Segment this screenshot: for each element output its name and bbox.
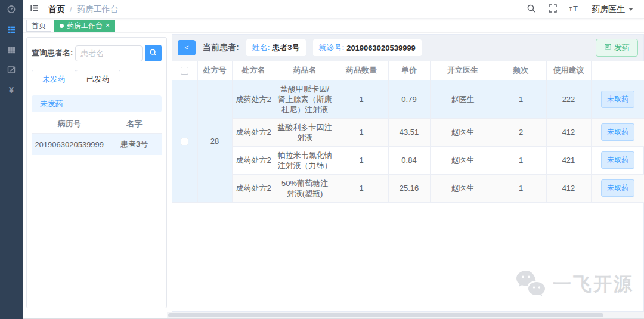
col-actions (591, 61, 644, 80)
header-search-button[interactable] (524, 2, 539, 17)
font-size-icon: TT (569, 4, 580, 16)
dispense-label: 发药 (614, 42, 630, 53)
status-badge[interactable]: 未取药 (601, 151, 634, 169)
usage-advice: 222 (546, 80, 591, 118)
drug-name: 帕拉米韦氯化钠注射液（力纬） (275, 146, 335, 174)
col-drug-name: 药品名 (275, 61, 335, 80)
name-value: 患者3号 (272, 42, 299, 53)
table-row[interactable]: 成药处方2 盐酸利多卡因注射液 1 43.51 赵医生 2 412 未取药 (172, 118, 644, 146)
money-icon: ¥ (9, 85, 14, 95)
frequency: 1 (496, 146, 546, 174)
breadcrumb: 首页 / 药房工作台 (48, 4, 119, 15)
drug-quantity: 1 (335, 146, 388, 174)
table-row[interactable]: 成药处方2 50%葡萄糖注射液(塑瓶) 1 25.16 赵医生 1 412 未取… (172, 174, 644, 202)
font-size-button[interactable]: TT (566, 2, 582, 17)
dashboard-icon (7, 4, 16, 14)
record-no-header: 病历号 (32, 119, 107, 129)
patient-record-no: 2019063020539999 (32, 140, 107, 149)
visit-value: 2019063020539999 (346, 44, 416, 52)
tab-not-dispensed[interactable]: 未发药 (32, 70, 76, 88)
status-badge[interactable]: 未取药 (601, 179, 634, 197)
tag-label: 首页 (32, 21, 46, 31)
user-dropdown[interactable]: 药房医生 (592, 4, 633, 15)
drug-quantity: 1 (335, 118, 388, 146)
unit-price: 43.51 (388, 118, 430, 146)
sidebar-item-form[interactable] (0, 61, 23, 79)
col-usage-advice: 使用建议 (546, 61, 591, 80)
frequency: 1 (496, 80, 546, 118)
sidebar-toggle-button[interactable] (23, 0, 46, 19)
svg-text:T: T (569, 6, 572, 12)
scrollbar-thumb[interactable] (168, 313, 603, 317)
horizontal-scrollbar[interactable] (167, 312, 644, 318)
active-dot-icon (60, 24, 64, 28)
sidebar-item-worklist[interactable] (0, 21, 23, 39)
table-row[interactable]: 28 成药处方2 盐酸甲哌卡因/肾上腺素（斯康杜尼）注射液 1 0.79 赵医生… (172, 80, 644, 118)
patient-search-button[interactable] (145, 45, 162, 61)
status-badge[interactable]: 未取药 (601, 123, 634, 141)
usage-advice: 412 (546, 118, 591, 146)
sidebar-item-dashboard[interactable] (0, 0, 23, 18)
wechat-logo-icon (515, 270, 547, 299)
patient-list-header: 病历号 名字 (32, 114, 162, 134)
frequency: 2 (496, 118, 546, 146)
dispense-button[interactable]: 发药 (596, 39, 638, 57)
sidebar-item-table[interactable] (0, 41, 23, 59)
breadcrumb-current: 药房工作台 (77, 4, 119, 15)
tag-pharmacy-workbench[interactable]: 药房工作台 × (54, 20, 115, 32)
visit-no-box: 就诊号: 2019063020539999 (313, 39, 422, 56)
not-dispensed-alert: 未发药 (32, 95, 162, 112)
watermark-text: 一飞开源 (553, 272, 634, 297)
prescription-toolbar: < 当前患者: 姓名: 患者3号 就诊号: 2019063020539999 发… (172, 35, 643, 61)
drug-table-header-row: 处方号 处方名 药品名 药品数量 单价 开立医生 频次 使用建议 (172, 61, 644, 80)
navbar-tools: TT 药房医生 (524, 2, 644, 17)
chevron-down-icon (628, 8, 633, 11)
name-header: 名字 (107, 119, 162, 129)
user-name: 药房医生 (592, 4, 625, 15)
drug-quantity: 1 (335, 80, 388, 118)
patient-name-box: 姓名: 患者3号 (246, 39, 306, 56)
sidebar-item-money[interactable]: ¥ (0, 81, 23, 99)
col-doctor: 开立医生 (430, 61, 496, 80)
unit-price: 0.79 (388, 80, 430, 118)
fullscreen-button[interactable] (545, 2, 561, 17)
doctor: 赵医生 (430, 80, 496, 118)
tab-dispensed[interactable]: 已发药 (76, 70, 120, 88)
patient-search-input[interactable] (75, 45, 143, 61)
table-row[interactable]: 成药处方2 帕拉米韦氯化钠注射液（力纬） 1 0.84 赵医生 1 421 未取… (172, 146, 644, 174)
patient-list-item[interactable]: 2019063020539999 患者3号 (32, 134, 162, 155)
table-icon (7, 45, 16, 55)
status-badge[interactable]: 未取药 (601, 91, 634, 108)
breadcrumb-home[interactable]: 首页 (48, 4, 65, 15)
tag-home[interactable]: 首页 (26, 20, 51, 32)
patient-panel: 查询患者名: 未发药 已发药 未发药 病历号 名字 20190630205399… (26, 37, 167, 308)
usage-advice: 421 (546, 146, 591, 174)
frequency: 1 (496, 174, 546, 202)
hamburger-icon (30, 4, 39, 15)
unit-price: 0.84 (388, 146, 430, 174)
drug-name: 盐酸利多卡因注射液 (275, 118, 335, 146)
list-icon (7, 25, 16, 35)
form-icon (7, 65, 16, 75)
prescription-name: 成药处方2 (232, 80, 275, 118)
visit-label: 就诊号: (319, 42, 345, 53)
unit-price: 25.16 (388, 174, 430, 202)
drug-quantity: 1 (335, 174, 388, 202)
drug-name: 盐酸甲哌卡因/肾上腺素（斯康杜尼）注射液 (275, 80, 335, 118)
prescription-name: 成药处方2 (232, 118, 275, 146)
page-content: 查询患者名: 未发药 已发药 未发药 病历号 名字 20190630205399… (23, 33, 644, 319)
search-icon (527, 4, 536, 16)
doctor: 赵医生 (430, 146, 496, 174)
patient-search-label: 查询患者名: (32, 48, 73, 58)
watermark: 一飞开源 (515, 270, 634, 299)
collapse-left-button[interactable]: < (178, 40, 196, 55)
select-all-checkbox[interactable] (181, 67, 188, 75)
dispense-status-tabs: 未发药 已发药 (32, 70, 162, 88)
current-patient-label: 当前患者: (203, 42, 239, 53)
close-icon[interactable]: × (106, 22, 110, 29)
fullscreen-icon (548, 4, 558, 16)
col-prescription-name: 处方名 (232, 61, 275, 80)
tags-view-bar: 首页 药房工作台 × (23, 19, 644, 33)
patient-search-row: 查询患者名: (32, 45, 162, 61)
row-checkbox[interactable] (181, 138, 188, 145)
